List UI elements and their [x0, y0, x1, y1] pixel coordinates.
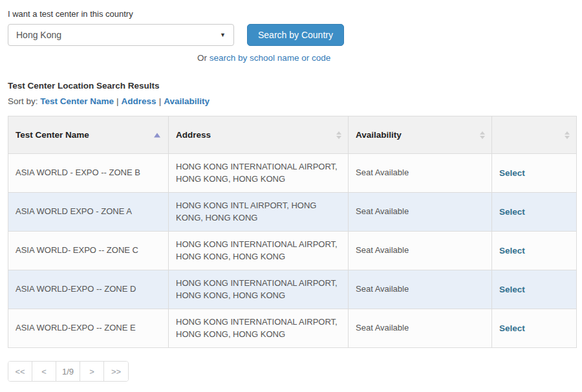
alt-search-prefix: Or [197, 53, 207, 63]
availability-cell: Seat Available [349, 193, 492, 232]
sort-icon [480, 131, 485, 139]
search-by-country-button[interactable]: Search by Country [247, 24, 344, 46]
select-link[interactable]: Select [499, 285, 525, 294]
select-cell: Select [492, 193, 577, 232]
availability-cell: Seat Available [349, 154, 492, 193]
sort-by-label: Sort by: [8, 96, 38, 106]
table-row: ASIA WORLD EXPO - ZONE A HONG KONG INTL … [8, 193, 577, 232]
search-controls: Hong Kong ▼ Search by Country [8, 24, 576, 46]
table-row: ASIA WORLD- EXPO -- ZONE C HONG KONG INT… [8, 232, 577, 270]
test-center-name-cell: ASIA WORLD-EXPO -- ZONE D [8, 270, 169, 309]
table-row: ASIA WORLD-EXPO -- ZONE E HONG KONG INTE… [8, 309, 577, 348]
address-cell: HONG KONG INTERNATIONAL AIRPORT, HONG KO… [169, 232, 349, 270]
column-header-label: Test Center Name [16, 130, 89, 140]
select-link[interactable]: Select [499, 168, 525, 178]
column-header-availability[interactable]: Availability [349, 116, 492, 154]
address-cell: HONG KONG INTL AIRPORT, HONG KONG, HONG … [169, 193, 349, 232]
country-select-value: Hong Kong [16, 30, 61, 40]
column-header-label: Availability [356, 130, 402, 140]
results-table: Test Center Name Address Availability AS… [8, 116, 577, 348]
column-header-select[interactable] [492, 116, 577, 154]
test-center-name-cell: ASIA WORLD EXPO - ZONE A [8, 193, 169, 232]
select-link[interactable]: Select [499, 323, 525, 333]
select-cell: Select [492, 309, 577, 348]
sort-row: Sort by: Test Center Name|Address|Availa… [8, 96, 576, 106]
country-search-label: I want a test center in this country [8, 9, 576, 19]
table-row: ASIA WORLD - EXPO -- ZONE B HONG KONG IN… [8, 154, 577, 193]
sort-separator: | [116, 96, 119, 106]
sort-link-test-center-name[interactable]: Test Center Name [40, 96, 114, 106]
column-header-test-center-name[interactable]: Test Center Name [8, 116, 169, 154]
pagination-next-button[interactable]: > [80, 362, 104, 381]
column-header-address[interactable]: Address [169, 116, 349, 154]
pagination-page-indicator: 1/9 [56, 362, 80, 381]
alt-search-line: Or search by school name or code [197, 53, 576, 63]
pagination-last-button[interactable]: >> [104, 362, 128, 381]
select-cell: Select [492, 270, 577, 309]
availability-cell: Seat Available [349, 309, 492, 348]
search-by-school-link[interactable]: search by school name or code [210, 53, 331, 63]
country-select[interactable]: Hong Kong ▼ [8, 24, 234, 46]
address-cell: HONG KONG INTERNATIONAL AIRPORT, HONG KO… [169, 270, 349, 309]
sort-separator: | [159, 96, 162, 106]
sort-link-availability[interactable]: Availability [164, 96, 210, 106]
sort-ascending-icon [154, 133, 160, 137]
sort-icon [565, 131, 570, 139]
pagination-first-button[interactable]: << [8, 362, 32, 381]
pagination-prev-button[interactable]: < [32, 362, 56, 381]
chevron-down-icon: ▼ [220, 32, 226, 38]
results-title: Test Center Location Search Results [8, 81, 576, 91]
select-cell: Select [492, 154, 577, 193]
select-link[interactable]: Select [499, 246, 525, 256]
address-cell: HONG KONG INTERNATIONAL AIRPORT, HONG KO… [169, 309, 349, 348]
test-center-name-cell: ASIA WORLD- EXPO -- ZONE C [8, 232, 169, 270]
column-header-label: Address [176, 130, 211, 140]
test-center-name-cell: ASIA WORLD-EXPO -- ZONE E [8, 309, 169, 348]
table-row: ASIA WORLD-EXPO -- ZONE D HONG KONG INTE… [8, 270, 577, 309]
address-cell: HONG KONG INTERNATIONAL AIRPORT, HONG KO… [169, 154, 349, 193]
availability-cell: Seat Available [349, 270, 492, 309]
select-link[interactable]: Select [499, 207, 525, 217]
select-cell: Select [492, 232, 577, 270]
test-center-name-cell: ASIA WORLD - EXPO -- ZONE B [8, 154, 169, 193]
availability-cell: Seat Available [349, 232, 492, 270]
table-header-row: Test Center Name Address Availability [8, 116, 577, 154]
sort-link-address[interactable]: Address [122, 96, 156, 106]
sort-icon [336, 131, 341, 139]
pagination: << < 1/9 > >> [8, 361, 129, 382]
